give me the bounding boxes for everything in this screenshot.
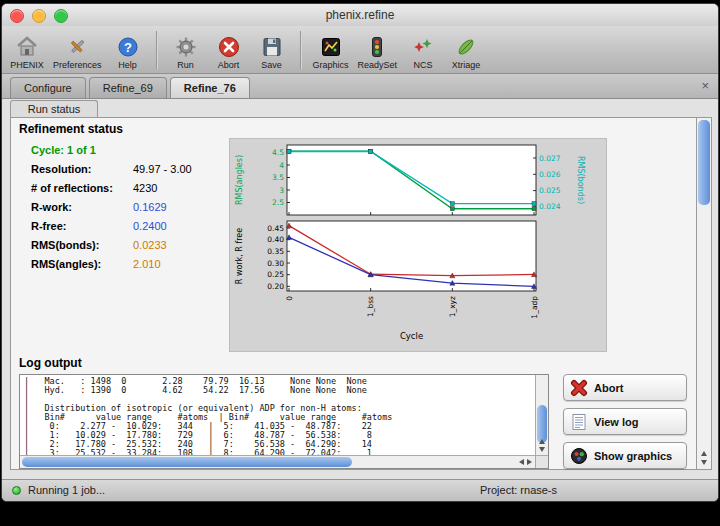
tab-bar: Configure Refine_69 Refine_76 × — [2, 74, 718, 99]
scroll-up-arrow-icon[interactable] — [701, 451, 707, 456]
log-output-box: | Mac. : 1498 0 2.28 79.79 16.13 None No… — [19, 374, 549, 469]
svg-text:3: 3 — [279, 186, 284, 195]
stat-value: 0.2400 — [133, 220, 167, 232]
save-floppy-icon — [260, 35, 284, 59]
refinement-chart: 2.533.544.50.0240.0250.0260.027RMS(bonds… — [229, 138, 607, 352]
stat-value: 49.97 - 3.00 — [133, 163, 192, 175]
toolbar: PHENIX Preferences ? Help Run Abort Save… — [2, 26, 718, 74]
project-label: Project: rnase-s — [480, 480, 557, 501]
toolbar-separator — [156, 31, 158, 69]
content-area: Run status Refinement status Cycle: 1 of… — [2, 99, 718, 480]
abort-x-icon — [570, 379, 588, 397]
svg-text:0.20: 0.20 — [267, 282, 284, 291]
show-graphics-icon — [570, 447, 588, 465]
svg-text:4.5: 4.5 — [272, 148, 284, 157]
toolbar-label: Preferences — [53, 60, 102, 70]
toolbar-label: NCS — [414, 60, 433, 70]
graphics-icon — [319, 35, 343, 59]
toolbar-xtriage-button[interactable]: Xtriage — [449, 35, 483, 70]
svg-text:2.5: 2.5 — [272, 198, 284, 207]
scroll-left-arrow-icon[interactable] — [519, 459, 524, 465]
scroll-down-arrow-icon[interactable] — [539, 447, 545, 452]
svg-text:Cycle: Cycle — [400, 331, 423, 341]
toolbar-label: Graphics — [313, 60, 349, 70]
stat-value: 0.0233 — [133, 239, 167, 251]
svg-text:R work, R free: R work, R free — [235, 228, 244, 285]
main-vertical-scroll-thumb[interactable] — [698, 120, 710, 205]
abort-button[interactable]: Abort — [563, 374, 687, 401]
svg-text:0.45: 0.45 — [267, 224, 284, 233]
svg-text:0.024: 0.024 — [539, 202, 561, 211]
scrollbar-corner — [535, 455, 548, 468]
svg-text:0.25: 0.25 — [267, 270, 284, 279]
toolbar-ncs-button[interactable]: NCS — [406, 35, 440, 70]
refinement-chart-svg: 2.533.544.50.0240.0250.0260.027RMS(bonds… — [230, 139, 606, 351]
svg-text:RMS(angles): RMS(angles) — [235, 155, 244, 205]
toolbar-label: Save — [261, 60, 282, 70]
run-status-panel: Refinement status Cycle: 1 of 1 Resoluti… — [10, 117, 712, 470]
view-log-button[interactable]: View log — [563, 408, 687, 435]
window-title: phenix.refine — [2, 4, 718, 26]
abort-cross-icon — [217, 35, 241, 59]
show-graphics-button[interactable]: Show graphics — [563, 442, 687, 469]
toolbar-preferences-button[interactable]: Preferences — [53, 35, 102, 70]
toolbar-save-button[interactable]: Save — [255, 35, 289, 70]
scroll-down-arrow-icon[interactable] — [701, 460, 707, 465]
log-horizontal-scrollbar[interactable] — [20, 455, 535, 468]
log-horizontal-scroll-thumb[interactable] — [22, 457, 352, 467]
close-tab-icon[interactable]: × — [701, 78, 709, 93]
readyset-traffic-light-icon — [365, 35, 389, 59]
phenix-home-icon — [15, 35, 39, 59]
view-log-document-icon — [570, 413, 588, 431]
log-vertical-scrollbar[interactable] — [535, 375, 548, 455]
toolbar-label: Xtriage — [452, 60, 481, 70]
tab-run-status[interactable]: Run status — [10, 100, 98, 118]
svg-text:3.5: 3.5 — [272, 173, 284, 182]
toolbar-graphics-button[interactable]: Graphics — [313, 35, 349, 70]
stat-value: 4230 — [133, 182, 157, 194]
svg-text:?: ? — [124, 40, 132, 55]
main-vertical-scrollbar[interactable] — [696, 118, 711, 469]
log-vertical-scroll-thumb[interactable] — [537, 405, 547, 443]
abort-button-label: Abort — [594, 382, 623, 394]
tab-refine-76[interactable]: Refine_76 — [170, 77, 250, 98]
stat-row: Resolution: 49.97 - 3.00 — [31, 163, 231, 179]
preferences-tools-icon — [65, 35, 89, 59]
toolbar-phenix-button[interactable]: PHENIX — [10, 35, 44, 70]
stat-row: # of reflections: 4230 — [31, 182, 231, 198]
scroll-right-arrow-icon[interactable] — [527, 459, 532, 465]
toolbar-label: Help — [118, 60, 137, 70]
toolbar-help-button[interactable]: ? Help — [111, 35, 145, 70]
toolbar-label: Abort — [218, 60, 240, 70]
toolbar-run-button[interactable]: Run — [169, 35, 203, 70]
svg-text:0.026: 0.026 — [539, 170, 561, 179]
toolbar-readyset-button[interactable]: ReadySet — [358, 35, 398, 70]
stat-label: # of reflections: — [31, 182, 113, 194]
toolbar-label: Run — [177, 60, 194, 70]
stat-label: RMS(angles): — [31, 258, 101, 270]
stat-value: 2.010 — [133, 258, 161, 270]
svg-text:0: 0 — [285, 296, 294, 301]
svg-text:1_adp: 1_adp — [530, 296, 539, 319]
svg-text:0.025: 0.025 — [539, 186, 561, 195]
show-graphics-button-label: Show graphics — [594, 450, 672, 462]
toolbar-abort-button[interactable]: Abort — [212, 35, 246, 70]
tab-configure[interactable]: Configure — [10, 77, 86, 98]
tab-refine-69[interactable]: Refine_69 — [89, 77, 167, 98]
status-bar: Running 1 job... Project: rnase-s — [2, 479, 718, 501]
help-question-icon: ? — [116, 35, 140, 59]
svg-text:1_xyz: 1_xyz — [448, 296, 457, 317]
stat-row: R-work: 0.1629 — [31, 201, 231, 217]
toolbar-separator — [300, 31, 302, 69]
running-status-dot-icon — [12, 486, 21, 495]
cycle-status: Cycle: 1 of 1 — [31, 144, 96, 156]
scroll-up-arrow-icon[interactable] — [539, 439, 545, 444]
toolbar-label: PHENIX — [10, 60, 44, 70]
stat-label: RMS(bonds): — [31, 239, 99, 251]
stat-row: R-free: 0.2400 — [31, 220, 231, 236]
svg-text:0.35: 0.35 — [267, 247, 284, 256]
toolbar-label: ReadySet — [358, 60, 398, 70]
stat-label: Resolution: — [31, 163, 92, 175]
ncs-icon — [411, 35, 435, 59]
stat-value: 0.1629 — [133, 201, 167, 213]
